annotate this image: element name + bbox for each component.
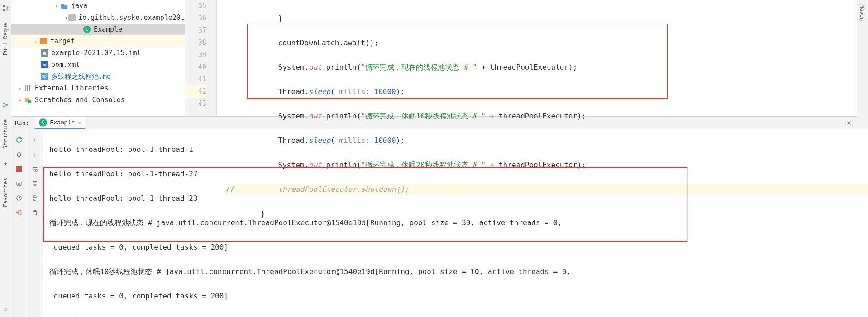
- soft-wrap-button[interactable]: [30, 164, 40, 174]
- tree-label: External Libraries: [35, 84, 109, 92]
- line-number: 41: [185, 73, 206, 85]
- line-number: 36: [185, 12, 206, 24]
- project-tree[interactable]: ▾ java ▾ io.github.syske.example20… C Ex…: [11, 0, 185, 116]
- tree-node-scratches[interactable]: ▸ Scratches and Consoles: [11, 94, 185, 106]
- svg-rect-7: [27, 85, 28, 91]
- tree-label: target: [50, 37, 75, 45]
- exit-button[interactable]: [14, 208, 24, 218]
- package-icon: [68, 14, 76, 22]
- svg-point-14: [18, 183, 20, 185]
- chevron-down-icon[interactable]: ▾: [65, 15, 67, 20]
- tree-node-example-class[interactable]: C Example: [11, 24, 185, 35]
- code-line: }: [226, 12, 868, 24]
- code-line: System.out.println("循环完成，现在的线程池状态 # " + …: [226, 61, 868, 73]
- tree-label: io.github.syske.example20…: [78, 14, 185, 22]
- editor-gutter: 35 36 37 38 39 40 41 42 43: [185, 0, 217, 116]
- line-number: 38: [185, 37, 206, 49]
- chevron-down-icon[interactable]: ▾: [54, 4, 59, 9]
- scroll-up-button[interactable]: ↑: [30, 135, 40, 145]
- console-line: 循环完成，休眠10秒线程池状态 # java.util.concurrent.T…: [49, 265, 868, 278]
- console-line: hello threadPool: pool-1-thread-1: [49, 143, 868, 156]
- expand-icon[interactable]: »: [2, 305, 9, 312]
- code-line: System.out.println("循环完成，休眠10秒线程池状态 # " …: [226, 110, 868, 122]
- line-number: 42: [185, 85, 206, 98]
- line-number: 43: [185, 98, 206, 110]
- line-number: 39: [185, 49, 206, 61]
- favorites-icon[interactable]: ★: [2, 160, 9, 167]
- tree-label: Scratches and Consoles: [35, 96, 125, 104]
- run-tab-example[interactable]: C Example ✕: [35, 117, 85, 129]
- tree-label: 多线程之线程池.md: [51, 72, 111, 81]
- pull-requests-tab[interactable]: Pull Reque: [2, 23, 9, 55]
- run-action-bar-2: ↑ ↓: [27, 129, 43, 317]
- console-output[interactable]: hello threadPool: pool-1-thread-1 hello …: [43, 129, 868, 317]
- tree-node-java[interactable]: ▾ java: [11, 0, 185, 12]
- svg-point-1: [3, 9, 5, 11]
- svg-rect-5: [6, 104, 8, 106]
- dump-threads-button[interactable]: [14, 179, 24, 189]
- console-line: 循环完成，休眠20秒线程池状态 # java.util.concurrent.T…: [49, 314, 868, 317]
- line-number: 35: [185, 0, 206, 12]
- edit-config-button[interactable]: [14, 150, 24, 160]
- console-line: 循环完成，现在的线程池状态 # java.util.concurrent.Thr…: [49, 217, 868, 229]
- console-line: queued tasks = 0, completed tasks = 200]: [49, 241, 868, 253]
- tree-node-pom[interactable]: m pom.xml: [11, 59, 185, 71]
- maven-icon: m: [40, 61, 48, 69]
- svg-point-0: [3, 5, 5, 7]
- tree-label: java: [71, 2, 87, 10]
- code-body[interactable]: } countDownLatch.await(); System.out.pri…: [217, 0, 868, 116]
- code-editor[interactable]: 35 36 37 38 39 40 41 42 43 } countDownLa…: [185, 0, 868, 116]
- markdown-icon: MD: [40, 72, 48, 80]
- main-area: ▾ java ▾ io.github.syske.example20… C Ex…: [11, 0, 868, 317]
- svg-point-2: [7, 9, 9, 11]
- console-line: queued tasks = 0, completed tasks = 200]: [49, 290, 868, 302]
- line-number: 37: [185, 24, 206, 37]
- scroll-down-button[interactable]: ↓: [30, 150, 40, 160]
- scratches-icon: [24, 96, 32, 104]
- structure-tab[interactable]: Structure: [2, 119, 9, 149]
- workspace: ▾ java ▾ io.github.syske.example20… C Ex…: [11, 0, 868, 117]
- folder-icon: [60, 2, 68, 10]
- tree-node-target[interactable]: ▸ target: [11, 35, 185, 47]
- libraries-icon: [24, 84, 32, 92]
- console-line: hello threadPool: pool-1-thread-23: [49, 192, 868, 204]
- rerun-button[interactable]: [14, 135, 24, 145]
- maven-tab[interactable]: Maven: [859, 5, 865, 21]
- chevron-right-icon[interactable]: ▸: [18, 86, 23, 91]
- svg-rect-18: [33, 196, 36, 198]
- profile-button[interactable]: [14, 193, 24, 203]
- run-tool-window: Run: C Example ✕ —: [11, 117, 868, 317]
- tree-node-package[interactable]: ▾ io.github.syske.example20…: [11, 12, 185, 24]
- print-button[interactable]: [30, 193, 40, 203]
- tree-label: example-2021.07.15.iml: [51, 49, 141, 57]
- class-icon: C: [83, 25, 91, 33]
- svg-rect-3: [3, 102, 5, 104]
- console-line: hello threadPool: pool-1-thread-27: [49, 168, 868, 180]
- clear-all-button[interactable]: [30, 208, 40, 218]
- code-line: Thread.sleep( millis: 10000);: [226, 85, 868, 98]
- svg-rect-6: [25, 85, 26, 91]
- scroll-to-end-button[interactable]: [30, 179, 40, 189]
- class-icon: C: [39, 118, 47, 127]
- tree-label: pom.xml: [51, 61, 80, 69]
- svg-rect-8: [29, 85, 30, 91]
- tree-node-iml[interactable]: ▦ example-2021.07.15.iml: [11, 47, 185, 59]
- chevron-right-icon[interactable]: ▸: [18, 98, 23, 103]
- close-icon[interactable]: ✕: [78, 119, 81, 126]
- favorites-tab[interactable]: Favorites: [2, 178, 9, 207]
- chevron-right-icon[interactable]: ▸: [33, 39, 38, 44]
- run-body: ↑ ↓ hello threadPool: pool-1-thread-1 he…: [11, 129, 868, 317]
- svg-rect-4: [3, 105, 5, 107]
- right-tool-rail: Maven: [857, 0, 868, 117]
- run-tab-label: Example: [50, 119, 75, 126]
- tree-node-md[interactable]: MD 多线程之线程池.md: [11, 71, 185, 82]
- svg-rect-12: [16, 166, 22, 172]
- run-label: Run:: [15, 119, 29, 126]
- stop-button[interactable]: [14, 164, 24, 174]
- code-line: countDownLatch.await();: [226, 37, 868, 49]
- pull-requests-icon[interactable]: [2, 5, 9, 12]
- tree-label: Example: [94, 25, 122, 33]
- structure-icon[interactable]: [2, 101, 9, 109]
- left-tool-rail: Pull Reque Structure ★ Favorites »: [0, 0, 11, 317]
- tree-node-external-libs[interactable]: ▸ External Libraries: [11, 82, 185, 94]
